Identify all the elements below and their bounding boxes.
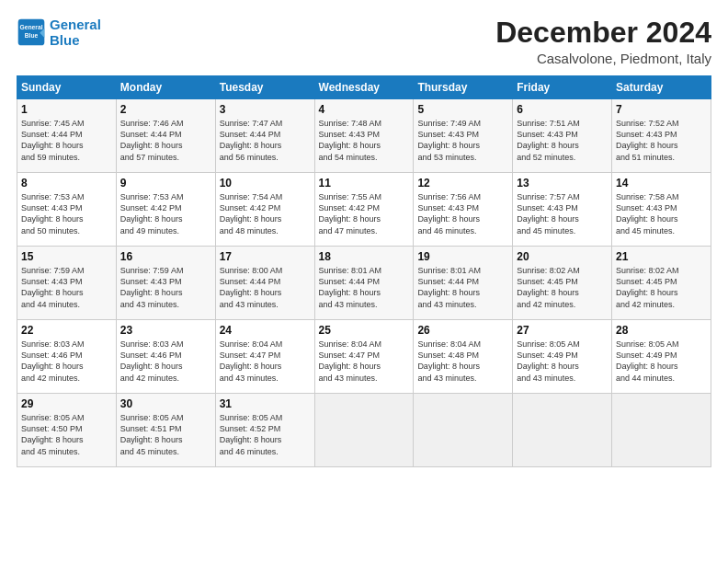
- calendar-cell: 24 Sunrise: 8:04 AMSunset: 4:47 PMDaylig…: [215, 320, 314, 394]
- calendar-cell: 30 Sunrise: 8:05 AMSunset: 4:51 PMDaylig…: [116, 394, 215, 467]
- calendar-cell: 27 Sunrise: 8:05 AMSunset: 4:49 PMDaylig…: [513, 320, 612, 394]
- day-number: 18: [319, 250, 410, 263]
- svg-text:Blue: Blue: [25, 32, 39, 39]
- cell-info: Sunrise: 8:01 AMSunset: 4:44 PMDaylight:…: [417, 266, 481, 308]
- cell-info: Sunrise: 7:49 AMSunset: 4:43 PMDaylight:…: [417, 119, 481, 161]
- header-thursday: Thursday: [414, 76, 513, 99]
- cell-info: Sunrise: 8:04 AMSunset: 4:47 PMDaylight:…: [220, 339, 283, 382]
- calendar-cell: 14 Sunrise: 7:58 AMSunset: 4:43 PMDaylig…: [612, 173, 711, 247]
- calendar-cell: 17 Sunrise: 8:00 AMSunset: 4:44 PMDaylig…: [215, 247, 314, 320]
- calendar-table: Sunday Monday Tuesday Wednesday Thursday…: [17, 75, 711, 467]
- day-number: 19: [417, 250, 508, 263]
- calendar-cell: 19 Sunrise: 8:01 AMSunset: 4:44 PMDaylig…: [414, 247, 513, 320]
- cell-info: Sunrise: 8:05 AMSunset: 4:50 PMDaylight:…: [21, 413, 85, 455]
- day-number: 21: [616, 250, 707, 263]
- calendar-cell: 25 Sunrise: 8:04 AMSunset: 4:47 PMDaylig…: [314, 320, 414, 394]
- day-number: 11: [319, 177, 410, 190]
- cell-info: Sunrise: 7:55 AMSunset: 4:42 PMDaylight:…: [319, 192, 382, 235]
- day-number: 27: [517, 324, 608, 337]
- cell-info: Sunrise: 7:57 AMSunset: 4:43 PMDaylight:…: [517, 192, 580, 235]
- cell-info: Sunrise: 7:45 AMSunset: 4:44 PMDaylight:…: [21, 119, 85, 161]
- calendar-cell: [414, 394, 513, 467]
- day-number: 7: [616, 103, 707, 116]
- cell-info: Sunrise: 7:56 AMSunset: 4:43 PMDaylight:…: [417, 192, 481, 235]
- logo-subtext: Blue: [50, 32, 101, 48]
- day-number: 23: [120, 324, 211, 337]
- day-number: 2: [120, 103, 211, 116]
- calendar-cell: 16 Sunrise: 7:59 AMSunset: 4:43 PMDaylig…: [116, 247, 215, 320]
- cell-info: Sunrise: 8:03 AMSunset: 4:46 PMDaylight:…: [21, 339, 85, 382]
- cell-info: Sunrise: 8:01 AMSunset: 4:44 PMDaylight:…: [319, 266, 382, 308]
- calendar-cell: 10 Sunrise: 7:54 AMSunset: 4:42 PMDaylig…: [215, 173, 314, 247]
- calendar-cell: 23 Sunrise: 8:03 AMSunset: 4:46 PMDaylig…: [116, 320, 215, 394]
- header: General Blue General Blue December 2024 …: [17, 17, 711, 66]
- cell-info: Sunrise: 7:48 AMSunset: 4:43 PMDaylight:…: [319, 119, 382, 161]
- calendar-cell: 5 Sunrise: 7:49 AMSunset: 4:43 PMDayligh…: [414, 99, 513, 173]
- calendar-cell: 11 Sunrise: 7:55 AMSunset: 4:42 PMDaylig…: [314, 173, 414, 247]
- calendar-cell: 13 Sunrise: 7:57 AMSunset: 4:43 PMDaylig…: [513, 173, 612, 247]
- day-number: 29: [21, 397, 112, 410]
- logo-text: General: [50, 17, 101, 32]
- day-number: 9: [120, 177, 211, 190]
- calendar-cell: 28 Sunrise: 8:05 AMSunset: 4:49 PMDaylig…: [612, 320, 711, 394]
- calendar-cell: 12 Sunrise: 7:56 AMSunset: 4:43 PMDaylig…: [414, 173, 513, 247]
- month-title: December 2024: [495, 17, 711, 49]
- cell-info: Sunrise: 7:51 AMSunset: 4:43 PMDaylight:…: [517, 119, 580, 161]
- weekday-header-row: Sunday Monday Tuesday Wednesday Thursday…: [17, 76, 711, 99]
- day-number: 13: [517, 177, 608, 190]
- cell-info: Sunrise: 8:02 AMSunset: 4:45 PMDaylight:…: [616, 266, 679, 308]
- svg-text:General: General: [19, 24, 42, 30]
- calendar-cell: 18 Sunrise: 8:01 AMSunset: 4:44 PMDaylig…: [314, 247, 414, 320]
- cell-info: Sunrise: 8:03 AMSunset: 4:46 PMDaylight:…: [120, 339, 184, 382]
- header-wednesday: Wednesday: [314, 76, 414, 99]
- cell-info: Sunrise: 7:47 AMSunset: 4:44 PMDaylight:…: [220, 119, 283, 161]
- calendar-cell: 22 Sunrise: 8:03 AMSunset: 4:46 PMDaylig…: [17, 320, 117, 394]
- calendar-week-row: 22 Sunrise: 8:03 AMSunset: 4:46 PMDaylig…: [17, 320, 711, 394]
- day-number: 26: [417, 324, 508, 337]
- calendar-week-row: 15 Sunrise: 7:59 AMSunset: 4:43 PMDaylig…: [17, 247, 711, 320]
- cell-info: Sunrise: 7:58 AMSunset: 4:43 PMDaylight:…: [616, 192, 679, 235]
- cell-info: Sunrise: 7:52 AMSunset: 4:43 PMDaylight:…: [616, 119, 679, 161]
- cell-info: Sunrise: 7:54 AMSunset: 4:42 PMDaylight:…: [220, 192, 283, 235]
- day-number: 24: [220, 324, 311, 337]
- logo-icon: General Blue: [17, 17, 46, 47]
- header-sunday: Sunday: [17, 76, 117, 99]
- header-monday: Monday: [116, 76, 215, 99]
- calendar-cell: 8 Sunrise: 7:53 AMSunset: 4:43 PMDayligh…: [17, 173, 117, 247]
- day-number: 17: [220, 250, 311, 263]
- cell-info: Sunrise: 8:04 AMSunset: 4:47 PMDaylight:…: [319, 339, 382, 382]
- header-tuesday: Tuesday: [215, 76, 314, 99]
- cell-info: Sunrise: 8:04 AMSunset: 4:48 PMDaylight:…: [417, 339, 481, 382]
- cell-info: Sunrise: 7:59 AMSunset: 4:43 PMDaylight:…: [120, 266, 184, 308]
- header-friday: Friday: [513, 76, 612, 99]
- calendar-cell: [612, 394, 711, 467]
- day-number: 25: [319, 324, 410, 337]
- calendar-cell: [513, 394, 612, 467]
- calendar-cell: 6 Sunrise: 7:51 AMSunset: 4:43 PMDayligh…: [513, 99, 612, 173]
- logo: General Blue General Blue: [17, 17, 101, 48]
- day-number: 20: [517, 250, 608, 263]
- calendar-cell: 31 Sunrise: 8:05 AMSunset: 4:52 PMDaylig…: [215, 394, 314, 467]
- calendar-cell: 7 Sunrise: 7:52 AMSunset: 4:43 PMDayligh…: [612, 99, 711, 173]
- header-saturday: Saturday: [612, 76, 711, 99]
- calendar-week-row: 1 Sunrise: 7:45 AMSunset: 4:44 PMDayligh…: [17, 99, 711, 173]
- calendar-cell: 21 Sunrise: 8:02 AMSunset: 4:45 PMDaylig…: [612, 247, 711, 320]
- location-subtitle: Casalvolone, Piedmont, Italy: [495, 51, 711, 66]
- day-number: 31: [220, 397, 311, 410]
- day-number: 15: [21, 250, 112, 263]
- day-number: 16: [120, 250, 211, 263]
- calendar-cell: [314, 394, 414, 467]
- cell-info: Sunrise: 8:05 AMSunset: 4:51 PMDaylight:…: [120, 413, 184, 455]
- cell-info: Sunrise: 7:46 AMSunset: 4:44 PMDaylight:…: [120, 119, 184, 161]
- calendar-cell: 29 Sunrise: 8:05 AMSunset: 4:50 PMDaylig…: [17, 394, 117, 467]
- cell-info: Sunrise: 8:02 AMSunset: 4:45 PMDaylight:…: [517, 266, 580, 308]
- calendar-cell: 4 Sunrise: 7:48 AMSunset: 4:43 PMDayligh…: [314, 99, 414, 173]
- cell-info: Sunrise: 8:05 AMSunset: 4:52 PMDaylight:…: [220, 413, 283, 455]
- day-number: 1: [21, 103, 112, 116]
- calendar-cell: 20 Sunrise: 8:02 AMSunset: 4:45 PMDaylig…: [513, 247, 612, 320]
- day-number: 4: [319, 103, 410, 116]
- calendar-cell: 9 Sunrise: 7:53 AMSunset: 4:42 PMDayligh…: [116, 173, 215, 247]
- day-number: 28: [616, 324, 707, 337]
- cell-info: Sunrise: 7:59 AMSunset: 4:43 PMDaylight:…: [21, 266, 85, 308]
- day-number: 30: [120, 397, 211, 410]
